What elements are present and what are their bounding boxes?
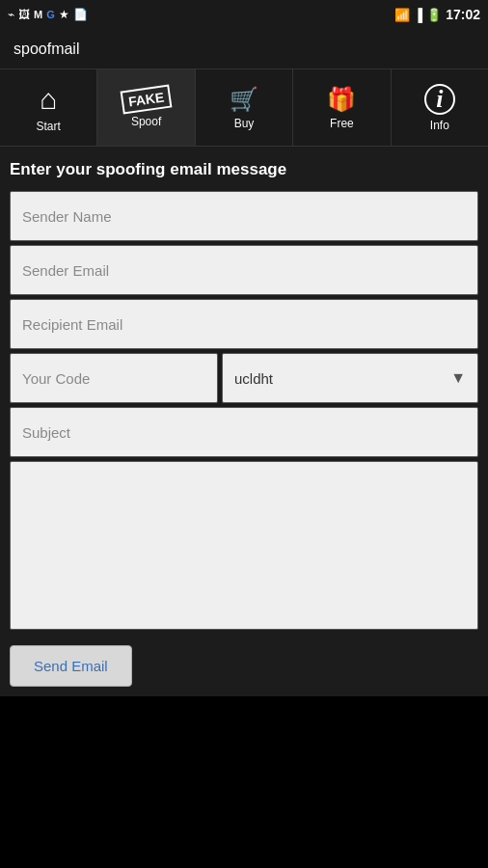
status-time: 17:02 [446,7,480,22]
tab-start[interactable]: ⌂ Start [0,69,97,146]
google-icon: G [46,9,55,20]
gmail-icon: M [34,9,42,20]
tab-start-label: Start [37,120,61,133]
tab-free[interactable]: 🎁 Free [293,69,391,146]
app-title: spoofmail [14,41,79,58]
info-icon: i [424,84,455,115]
buy-icon: 🛒 [230,86,258,113]
recipient-email-input[interactable] [10,299,478,349]
image-icon: 🖼 [18,8,30,21]
battery-icon: 🔋 [426,8,442,22]
file-icon: 📄 [73,8,88,21]
tab-buy[interactable]: 🛒 Buy [196,69,293,146]
fake-icon: FAKE [121,84,173,114]
sender-name-input[interactable] [10,191,478,241]
sender-email-input[interactable] [10,245,478,295]
signal-icon: ▐ [414,8,422,22]
dropdown-value: ucldht [234,370,273,387]
your-code-input[interactable] [10,353,218,403]
message-textarea[interactable] [10,461,478,630]
app-title-bar: spoofmail [0,29,488,69]
tab-spoof-label: Spoof [131,115,161,128]
status-bar: ⌁ 🖼 M G ★ 📄 📶 ▐ 🔋 17:02 [0,0,488,29]
form-heading: Enter your spoofing email message [10,160,478,179]
status-icons-left: ⌁ 🖼 M G ★ 📄 [8,8,88,21]
tab-bar: ⌂ Start FAKE Spoof 🛒 Buy 🎁 Free i Info [0,69,488,147]
main-content: Enter your spoofing email message ucldht… [0,147,488,696]
wifi-icon: 📶 [394,8,410,22]
tab-info-label: Info [430,119,449,132]
chevron-down-icon: ▼ [450,369,466,387]
tab-free-label: Free [330,117,354,130]
send-email-button[interactable]: Send Email [10,645,132,687]
code-dropdown[interactable]: ucldht ▼ [222,353,478,403]
star-icon: ★ [59,8,69,21]
status-right: 📶 ▐ 🔋 17:02 [394,7,480,22]
code-row: ucldht ▼ [10,353,478,403]
tab-info[interactable]: i Info [392,69,488,146]
tab-spoof[interactable]: FAKE Spoof [97,69,195,146]
tab-buy-label: Buy [234,117,255,130]
gift-icon: 🎁 [327,86,356,113]
subject-input[interactable] [10,407,478,457]
usb-icon: ⌁ [8,8,14,21]
house-icon: ⌂ [40,83,57,116]
